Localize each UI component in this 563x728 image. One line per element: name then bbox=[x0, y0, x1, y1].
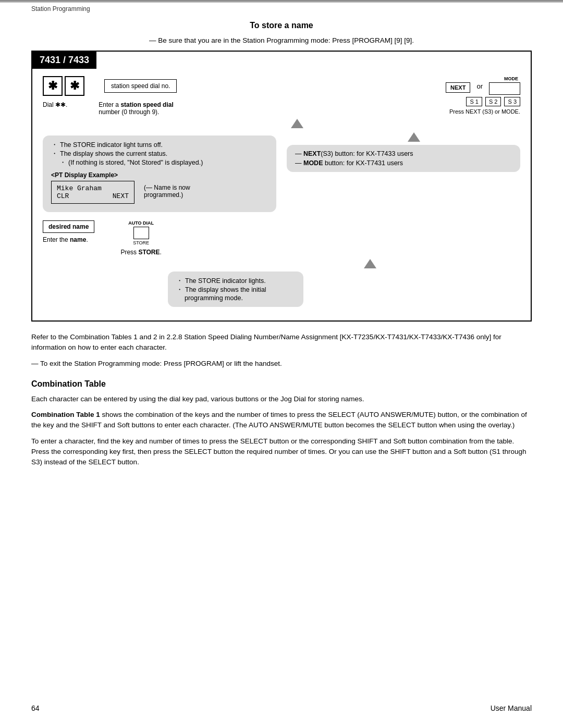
section1-title: To store a name bbox=[31, 21, 532, 30]
section2-para1: Each character can be entered by using t… bbox=[31, 394, 532, 404]
info-bubble-1: The STORE indicator light turns off. The… bbox=[43, 135, 276, 212]
press-next-text: Press NEXT (S3) or MODE. bbox=[449, 108, 520, 115]
model-label: 7431 / 7433 bbox=[32, 52, 96, 69]
arrow-up-2 bbox=[408, 132, 420, 142]
press-store-text: Press STORE. bbox=[120, 249, 161, 256]
pt-next: NEXT bbox=[113, 192, 129, 200]
s1-button: S 1 bbox=[466, 97, 482, 106]
speed-dial-label: station speed dial no. bbox=[104, 79, 177, 93]
pt-screen: Mike Graham CLR NEXT bbox=[51, 181, 134, 204]
name-now-text2: programmed.) bbox=[144, 191, 190, 199]
name-now-text: (— Name is now bbox=[144, 184, 190, 191]
footer-page: 64 bbox=[31, 704, 40, 712]
bubble3-line3: programming mode. bbox=[176, 294, 295, 302]
pt-clr: CLR bbox=[57, 192, 69, 200]
section1-para1: Refer to the Combination Tables 1 and 2 … bbox=[31, 332, 532, 353]
footer: 64 User Manual bbox=[31, 704, 532, 712]
footer-manual: User Manual bbox=[491, 704, 532, 712]
combination-table-rest: shows the combination of the keys and th… bbox=[31, 411, 527, 429]
desired-name-group: desired name Enter the name. bbox=[43, 220, 94, 243]
mode-btn-text: — MODE button: for KX-T7431 users bbox=[295, 159, 512, 167]
section1-intro: — Be sure that you are in the Station Pr… bbox=[31, 36, 532, 44]
next-s3-text: — NEXT(S3) button: for KX-T7433 users bbox=[295, 150, 512, 157]
s2-button: S 2 bbox=[485, 97, 501, 106]
auto-dial-group: AUTO DIAL STORE Press STORE. bbox=[120, 220, 161, 256]
bubble1-line1: The STORE indicator light turns off. bbox=[51, 141, 268, 150]
desired-name-box: desired name bbox=[43, 220, 94, 233]
store-label: STORE bbox=[133, 240, 149, 245]
enter-name-text: Enter the name. bbox=[43, 236, 88, 243]
asterisk-box-1: ✱ bbox=[43, 76, 63, 96]
s3-button: S 3 bbox=[504, 97, 520, 106]
asterisk-box-2: ✱ bbox=[65, 76, 84, 96]
pt-display-label: <PT Display Example> bbox=[51, 171, 268, 179]
next-button: NEXT bbox=[446, 82, 470, 93]
bubble3-line1: The STORE indicator lights. bbox=[176, 277, 295, 286]
arrow-up-1 bbox=[291, 119, 303, 128]
bubble1-line2: The display shows the current status. bbox=[51, 150, 268, 158]
enter-label: Enter a station speed dialnumber (0 thro… bbox=[99, 101, 173, 116]
info-bubble-3: The STORE indicator lights. The display … bbox=[168, 272, 303, 307]
auto-dial-button bbox=[133, 227, 149, 239]
combination-table-bold: Combination Table 1 bbox=[31, 411, 100, 418]
info-bubble-2: — NEXT(S3) button: for KX-T7433 users — … bbox=[287, 145, 520, 172]
bubble3-line2: The display shows the initial bbox=[176, 286, 295, 294]
mode-label-top: MODE bbox=[504, 76, 518, 81]
dial-label: Dial ✱✱. bbox=[43, 101, 67, 116]
diagram-box: 7431 / 7433 ✱ ✱ station speed dial no. bbox=[31, 51, 532, 322]
section-header-label: Station Programming bbox=[0, 2, 563, 16]
section2-para3: To enter a character, find the key and n… bbox=[31, 436, 532, 468]
section2-title: Combination Table bbox=[31, 379, 532, 389]
arrow-up-3 bbox=[364, 259, 376, 268]
pt-line1: Mike Graham bbox=[57, 184, 129, 192]
section1-para2: — To exit the Station Programming mode: … bbox=[31, 359, 532, 369]
bubble1-line3: (If nothing is stored, "Not Stored" is d… bbox=[51, 158, 268, 167]
section2-para2: Combination Table 1 shows the combinatio… bbox=[31, 410, 532, 431]
or-text: or bbox=[476, 82, 483, 90]
auto-dial-label: AUTO DIAL bbox=[128, 220, 154, 226]
mode-input-box bbox=[489, 82, 520, 95]
